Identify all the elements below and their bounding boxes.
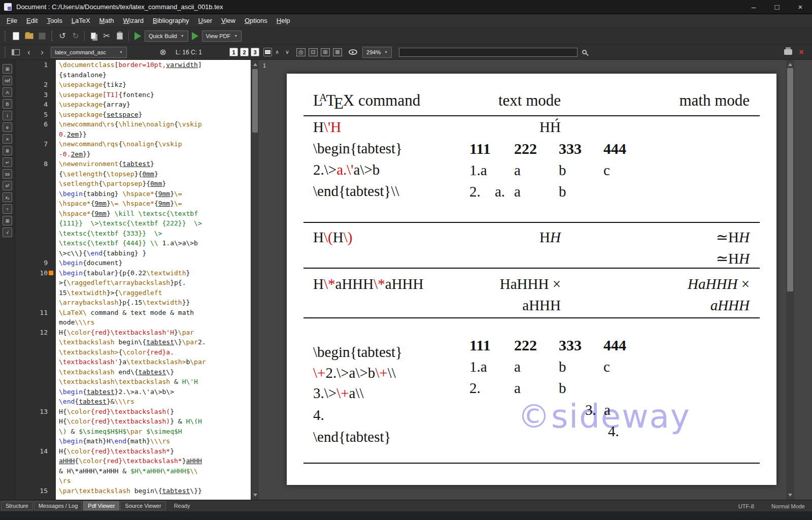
line-number: 9 (15, 258, 56, 268)
code-text: >{\raggedleft\arraybackslash}p{. (56, 278, 186, 288)
enumerate-icon[interactable]: ≣ (3, 146, 12, 155)
open-file-button[interactable] (22, 29, 36, 43)
ref-icon[interactable]: ref (3, 76, 12, 85)
menu-user[interactable]: User (194, 15, 217, 26)
pdf-text: ≃HH (716, 250, 750, 268)
view-pdf-select[interactable]: View PDF ▼ (202, 30, 242, 42)
pdf-page[interactable]: ©sideway LATEX commandtext modemath mode… (287, 74, 776, 485)
editor-scrollbar-thumb[interactable] (252, 69, 258, 133)
code-text: \textbackslash end\{tabtest\} (56, 367, 174, 377)
menu-latex[interactable]: LaTeX (67, 15, 95, 26)
maximize-button[interactable]: □ (765, 0, 789, 14)
text-format-icon[interactable]: A (3, 87, 12, 97)
back-button[interactable]: ‹ (22, 46, 36, 59)
subscript-icon[interactable]: x₂ (3, 192, 12, 202)
insert-icon[interactable]: ⊞ (3, 64, 12, 74)
code-row: 8\newenvironment{tabtest} (15, 159, 251, 169)
scroll-down-icon[interactable] (788, 494, 792, 497)
menu-view[interactable]: View (217, 15, 240, 26)
matrix-icon[interactable]: ⊞ (3, 216, 12, 225)
view-tool-icon-2[interactable]: ⊡ (309, 48, 318, 56)
table-rule (303, 268, 760, 269)
code-row: \textbackslash begin\{tabtest\}\par2. (15, 337, 251, 347)
code-text: \LaTeX\ command & text mode & math (56, 308, 194, 318)
statusbar-button-structure[interactable]: Structure (1, 501, 33, 510)
document-tab-label: latex_command_asc (55, 49, 106, 55)
menu-options[interactable]: Options (240, 15, 272, 26)
line-list-button[interactable] (263, 48, 272, 56)
code-text: H{\color{red}\textbackslash'H}\par (56, 328, 194, 338)
pdf-scrollbar[interactable] (786, 60, 794, 500)
redo-button[interactable]: ↻ (69, 29, 82, 43)
quick-build-run-button[interactable] (134, 32, 141, 40)
table-rule (303, 317, 760, 318)
line-number (15, 337, 56, 347)
menu-file[interactable]: File (2, 15, 22, 26)
editor-scrollbar[interactable] (251, 60, 259, 500)
statusbar-button-pdf-viewer[interactable]: Pdf Viewer (83, 501, 119, 510)
menu-bibliography[interactable]: Bibliography (148, 15, 194, 26)
previous-button[interactable]: ∧ (272, 46, 282, 59)
paste-button[interactable] (113, 29, 126, 43)
new-document-icon (13, 32, 19, 40)
bookmark-button-3[interactable]: 3 (251, 48, 259, 56)
close-document-button[interactable]: ⊗ (156, 46, 170, 59)
pdf-viewer-pane[interactable]: 1 ©sideway LATEX commandtext modemath mo… (259, 60, 812, 500)
new-document-button[interactable] (9, 29, 22, 43)
scroll-up-icon[interactable] (788, 63, 792, 66)
zoom-select[interactable]: 294% ▼ (362, 47, 392, 58)
line-number (15, 416, 56, 427)
print-button[interactable] (782, 46, 795, 59)
save-button[interactable] (36, 29, 49, 43)
list-icon[interactable]: ≡ (3, 134, 12, 144)
undo-button[interactable]: ↺ (56, 29, 69, 43)
close-button[interactable]: × (789, 0, 812, 14)
code-row: 15\par\textbackslash begin\{tabtest\}} (15, 486, 251, 496)
menu-wizard[interactable]: Wizard (119, 15, 148, 26)
chevron-down-icon: ▼ (119, 50, 123, 54)
code-row: {standalone} (15, 70, 251, 80)
view-pdf-run-button[interactable] (192, 32, 198, 40)
next-button[interactable]: ∨ (282, 46, 292, 59)
italic-icon[interactable]: i (3, 111, 12, 120)
follow-cursor-button[interactable] (346, 46, 359, 59)
code-row: 10\begin{tabular}{p{0.22\textwidth} (15, 268, 251, 278)
statusbar-button-messages-log[interactable]: Messages / Log (34, 501, 83, 510)
forward-button[interactable]: › (36, 46, 49, 59)
superscript-icon[interactable]: x² (3, 181, 12, 190)
document-selector[interactable]: latex_command_asc ▼ (51, 47, 127, 58)
cut-button[interactable]: ✂ (100, 29, 113, 43)
pdf-text: 4. (287, 422, 776, 441)
search-button[interactable] (578, 46, 591, 59)
close-pdf-button[interactable]: × (795, 46, 808, 59)
bookmark-button-2[interactable]: 2 (240, 48, 249, 56)
statusbar-button-source-viewer[interactable]: Source Viewer (120, 501, 165, 510)
smallcaps-icon[interactable]: ss (3, 169, 12, 179)
bookmark-button-1[interactable]: 1 (229, 48, 238, 56)
menu-help[interactable]: Help (272, 15, 295, 26)
view-tool-icon-1[interactable]: ◎ (296, 48, 306, 56)
pdf-text: LATEX command (313, 91, 420, 113)
minimize-button[interactable]: – (742, 0, 765, 14)
search-input[interactable] (399, 48, 578, 57)
sqrt-icon[interactable]: √ (3, 228, 12, 237)
quick-build-select[interactable]: Quick Build ▼ (145, 30, 188, 42)
copy-button[interactable] (87, 29, 100, 43)
newline-icon[interactable]: ↵ (3, 157, 12, 167)
view-tool-icon-4[interactable]: ⊠ (333, 48, 342, 56)
view-tool-icon-3[interactable]: ⊞ (321, 48, 330, 56)
bold-icon[interactable]: B (3, 99, 12, 109)
code-editor[interactable]: 1\documentclass[border=10pt,varwidth]{st… (15, 60, 251, 496)
fraction-icon[interactable]: ÷ (3, 204, 12, 214)
menu-tools[interactable]: Tools (42, 15, 66, 26)
pdf-scrollbar-thumb[interactable] (787, 68, 793, 291)
code-row: \textsc{\textbf {444}} \\ 1.a\>a\>b (15, 238, 251, 248)
emph-icon[interactable]: e (3, 122, 12, 132)
code-text: -0.2em}} (56, 149, 91, 159)
menu-math[interactable]: Math (95, 15, 119, 26)
line-number (15, 317, 56, 328)
panel-toggle-button[interactable] (9, 46, 22, 59)
menu-edit[interactable]: Edit (22, 15, 42, 26)
scroll-down-icon[interactable] (253, 494, 257, 497)
scroll-up-icon[interactable] (253, 63, 257, 66)
